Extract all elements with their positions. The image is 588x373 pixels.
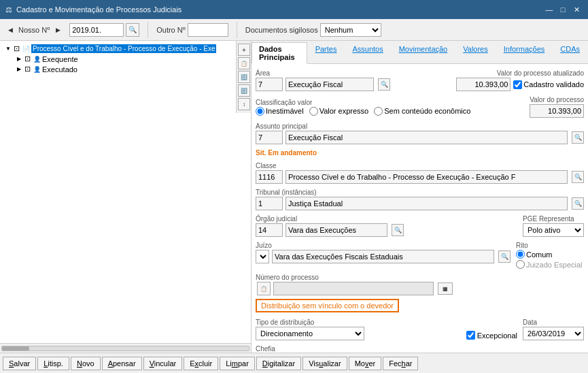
classe-code-input[interactable] (256, 170, 283, 184)
tree-toggle-exequente[interactable]: ▶ (15, 55, 23, 63)
tab-dados-principais[interactable]: Dados Principais (252, 42, 307, 64)
doc-sig-label: Documentos sigilosos (245, 26, 318, 34)
maximize-button[interactable]: □ (557, 3, 569, 16)
tree-child-exequente[interactable]: ▶ ⊡ 👤 Exequente (14, 54, 233, 64)
fechar-button[interactable]: Fechar (383, 357, 418, 370)
nosso-n-label: Nosso Nº (18, 26, 50, 34)
right-panel: Dados Principais Partes Assuntos Movimen… (252, 41, 588, 353)
excepcional-checkbox[interactable] (466, 331, 475, 340)
tree-icon-person1: 👤 (33, 56, 41, 63)
close-button[interactable]: ✕ (570, 3, 583, 16)
radio-rito-juizado[interactable]: Juizado Especial (516, 260, 584, 269)
separator-2 (237, 22, 237, 38)
orgao-search-button[interactable]: 🔍 (392, 224, 404, 236)
excluir-button[interactable]: Excluir (184, 357, 218, 370)
tab-partes[interactable]: Partes (308, 42, 345, 63)
nosso-n-search-button[interactable]: 🔍 (126, 23, 139, 37)
assunto-value-input[interactable] (286, 131, 568, 144)
tree-exequente-label: Exequente (42, 55, 78, 63)
side-num2-button[interactable]: 🔢 (238, 84, 250, 97)
tab-cdas[interactable]: CDAs (553, 42, 587, 63)
tribunal-search-button[interactable]: 🔍 (572, 197, 584, 210)
tribunal-label: Tribunal (instâncias) (256, 189, 584, 196)
assunto-search-button[interactable]: 🔍 (572, 131, 584, 144)
apensar-button[interactable]: Apensar (102, 357, 142, 370)
numero-proc-barcode-button[interactable]: ▦ (438, 282, 453, 295)
tree-child-executado[interactable]: ▶ ⊡ 👤 Executado (14, 64, 233, 74)
tree-toggle-root[interactable]: ▼ (4, 45, 12, 53)
assunto-code-input[interactable] (256, 131, 283, 144)
pge-representa-select[interactable]: Polo ativo Polo passivo (523, 223, 584, 237)
area-code-input[interactable] (256, 78, 283, 91)
litisp-button[interactable]: Litisp. (37, 357, 69, 370)
data-label: Data (523, 319, 584, 326)
tree-icon-person2: 👤 (33, 66, 41, 73)
radio-valor-expresso-label: Valor expresso (319, 107, 369, 115)
juizo-search-button[interactable]: 🔍 (498, 250, 511, 263)
juizo-dropdown[interactable]: ▼ (256, 250, 269, 263)
status-bar: Salvar Litisp. Novo Apensar Vincular Exc… (0, 353, 588, 373)
tab-content-dados-principais: Área 🔍 Valor do processo atualizado Cada… (252, 64, 588, 353)
classe-label: Classe (256, 162, 584, 169)
radio-sem-conteudo-label: Sem conteúdo econômico (384, 107, 470, 115)
nav-fwd-button[interactable]: ▶ (52, 24, 64, 36)
assunto-label: Assunto principal (256, 123, 584, 130)
tree-icon-proc: 📄 (22, 46, 30, 52)
area-label: Área (256, 69, 390, 77)
cadastro-validado-checkbox[interactable] (513, 80, 522, 89)
nav-back-button[interactable]: ◀ (4, 24, 16, 36)
vincular-button[interactable]: Vincular (143, 357, 183, 370)
novo-button[interactable]: Novo (71, 357, 101, 370)
visualizar-button[interactable]: Visualizar (302, 357, 347, 370)
valor-do-processo-label: Valor do processo (530, 96, 584, 103)
juizo-value-input[interactable] (272, 250, 494, 263)
separator-1 (148, 22, 148, 38)
tribunal-code-input[interactable] (256, 197, 283, 210)
tab-valores[interactable]: Valores (455, 42, 495, 63)
minimize-button[interactable]: — (543, 3, 555, 16)
radio-rito-comum[interactable]: Comum (516, 250, 584, 259)
tab-movimentacao[interactable]: Movimentação (392, 42, 455, 63)
area-search-button[interactable]: 🔍 (378, 78, 390, 91)
numero-proc-icon-button[interactable]: 📋 (257, 282, 271, 295)
classe-value-input[interactable] (286, 170, 568, 184)
classe-search-button[interactable]: 🔍 (572, 171, 584, 183)
limpar-button[interactable]: Limpar (220, 357, 255, 370)
digitalizar-button[interactable]: Digitalizar (256, 357, 301, 370)
side-doc-button[interactable]: 📋 (238, 57, 250, 69)
radio-inestimavel-label: Inestimável (266, 107, 304, 115)
radio-inestimavel[interactable]: Inestimável (256, 107, 304, 116)
rito-comum-label: Comum (526, 250, 553, 259)
valor-processo-input[interactable] (456, 78, 511, 91)
radio-sem-conteudo[interactable]: Sem conteúdo econômico (374, 107, 470, 116)
numero-processo-label: Número do processo (256, 274, 453, 281)
left-panel: ▼ ⊡ 📄 Processo Cível e do Trabalho - Pro… (0, 41, 252, 353)
tab-informacoes[interactable]: Informações (496, 42, 553, 63)
tipo-dist-select[interactable]: Direcionamento (256, 327, 364, 340)
app-title: Cadastro e Movimentação de Processos Jud… (16, 5, 181, 14)
side-num1-button[interactable]: 🔢 (238, 71, 250, 83)
orgao-value-input[interactable] (286, 223, 387, 237)
area-value-input[interactable] (286, 78, 374, 91)
tree-toggle-executado[interactable]: ▶ (15, 65, 23, 74)
valor-do-processo-input[interactable] (530, 104, 584, 118)
numero-processo-input[interactable] (273, 282, 434, 295)
side-move-button[interactable]: ↕ (238, 98, 250, 110)
nosso-n-input[interactable] (69, 23, 124, 37)
left-scrollbar[interactable] (0, 343, 251, 353)
outro-n-label: Outro Nº (156, 26, 186, 34)
juizo-label: Juízo (256, 242, 511, 249)
doc-sig-select[interactable]: Nenhum (320, 23, 381, 37)
data-select[interactable]: 26/03/2019 (523, 327, 584, 340)
side-add-button[interactable]: + (238, 44, 250, 56)
tree-icon-root: ⊡ (14, 44, 20, 53)
tabs-bar: Dados Principais Partes Assuntos Movimen… (252, 41, 588, 64)
tab-assuntos[interactable]: Assuntos (345, 42, 390, 63)
orgao-code-input[interactable] (256, 223, 283, 237)
radio-valor-expresso[interactable]: Valor expresso (309, 107, 369, 116)
outro-n-input[interactable] (188, 23, 228, 37)
mover-button[interactable]: Mover (349, 357, 382, 370)
salvar-button[interactable]: Salvar (3, 357, 36, 370)
tribunal-value-input[interactable] (286, 197, 568, 210)
tree-root-item[interactable]: ▼ ⊡ 📄 Processo Cível e do Trabalho - Pro… (3, 44, 233, 54)
